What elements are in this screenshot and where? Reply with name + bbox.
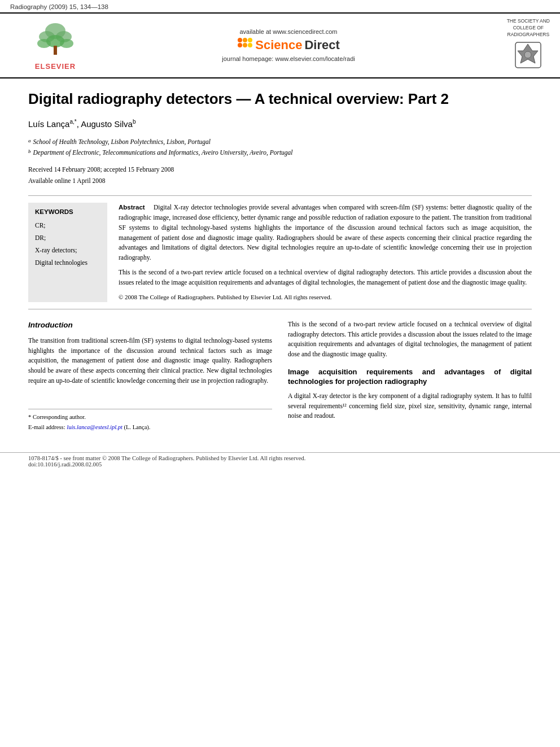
- svg-point-5: [37, 39, 51, 48]
- journal-header: ELSEVIER available at www.sciencedirect.…: [0, 12, 560, 78]
- footer-line2: doi:10.1016/j.radi.2008.02.005: [28, 461, 532, 468]
- subsection-paragraph: A digital X-ray detector is the key comp…: [288, 391, 532, 421]
- svg-rect-4: [54, 46, 57, 55]
- abstract-label: Abstract: [119, 204, 145, 211]
- authors-line: Luís Lançaa,*, Augusto Silvab: [28, 119, 532, 129]
- footer-line1: 1078-8174/$ - see front matter © 2008 Th…: [28, 455, 532, 461]
- author1-name: Luís Lança: [28, 119, 69, 129]
- body-right-column: This is the second of a two-part review …: [288, 320, 532, 434]
- keyword-3: X-ray detectors;: [35, 244, 100, 257]
- abstract-paragraph2: This is the second of a two-part review …: [119, 268, 532, 288]
- keywords-column: KEYWORDS CR; DR; X-ray detectors; Digita…: [28, 203, 107, 302]
- affiliations: a School of Health Technology, Lisbon Po…: [28, 137, 532, 158]
- email-label: E-mail address:: [28, 424, 65, 430]
- keyword-4: Digital technologies: [35, 257, 100, 269]
- elsevier-tree-icon: [10, 20, 100, 62]
- dates-section: Received 14 February 2008; accepted 15 F…: [28, 164, 532, 186]
- email-note: (L. Lança).: [124, 424, 150, 430]
- copyright-line: © 2008 The College of Radiographers. Pub…: [119, 292, 532, 302]
- page: Radiography (2009) 15, 134—138 ELSEVIER: [0, 0, 560, 747]
- subsection-title: Image acquisition requirements and advan…: [288, 368, 532, 387]
- abstract-paragraph1: Abstract Digital X-ray detector technolo…: [119, 203, 532, 263]
- footer-bottom: 1078-8174/$ - see front matter © 2008 Th…: [0, 452, 560, 473]
- keywords-title: KEYWORDS: [35, 208, 100, 215]
- body-columns: Introduction The transition from traditi…: [28, 320, 532, 434]
- society-line2: COLLEGE OF: [513, 25, 544, 30]
- society-logo: THE SOCIETY AND COLLEGE OF RADIOGRAPHERS: [507, 18, 550, 73]
- author2-name: Augusto Silva: [81, 119, 133, 129]
- author1-sup: a,*: [69, 119, 76, 125]
- abstract-column: Abstract Digital X-ray detector technolo…: [119, 203, 532, 302]
- available-text: available at www.sciencedirect.com: [100, 28, 476, 35]
- svg-point-10: [238, 43, 242, 47]
- svg-point-7: [238, 38, 242, 42]
- society-line3: RADIOGRAPHERS: [508, 32, 550, 37]
- abstract-text1: Digital X-ray detector technologies prov…: [119, 204, 532, 261]
- received-date: Received 14 February 2008; accepted 15 F…: [28, 164, 532, 176]
- abstract-text2: This is the second of a two-part review …: [119, 269, 532, 286]
- svg-point-8: [243, 38, 247, 42]
- svg-point-15: [524, 51, 531, 58]
- affiliation-a: a School of Health Technology, Lisbon Po…: [28, 137, 532, 147]
- keywords-list: CR; DR; X-ray detectors; Digital technol…: [35, 220, 100, 269]
- main-content: Digital radiography detectors — A techni…: [0, 78, 560, 445]
- svg-point-12: [248, 43, 252, 47]
- intro-paragraph: The transition from traditional screen-f…: [28, 336, 272, 386]
- affiliation-a-text: School of Health Technology, Lisbon Poly…: [33, 137, 211, 147]
- right-para1: This is the second of a two-part review …: [288, 320, 532, 360]
- article-title: Digital radiography detectors — A techni…: [28, 90, 532, 109]
- elsevier-logo: ELSEVIER: [10, 20, 100, 71]
- introduction-title: Introduction: [28, 320, 272, 331]
- sd-text: Science: [255, 38, 302, 53]
- body-left-column: Introduction The transition from traditi…: [28, 320, 272, 434]
- available-online: Available online 1 April 2008: [28, 176, 532, 187]
- citation-bar: Radiography (2009) 15, 134—138: [0, 0, 560, 12]
- header-center: available at www.sciencedirect.com Scien…: [100, 28, 476, 62]
- citation-text: Radiography (2009) 15, 134—138: [10, 3, 108, 10]
- affiliation-b: b Department of Electronic, Telecommunic…: [28, 147, 532, 158]
- author2-sup: b: [133, 119, 136, 125]
- keywords-abstract-section: KEYWORDS CR; DR; X-ray detectors; Digita…: [28, 195, 532, 309]
- sciencedirect-logo: ScienceDirect: [100, 37, 476, 53]
- svg-point-11: [243, 43, 247, 47]
- footnote-section: * Corresponding author. E-mail address: …: [28, 409, 272, 433]
- affiliation-b-text: Department of Electronic, Telecommunicat…: [33, 147, 293, 158]
- keyword-1: CR;: [35, 220, 100, 232]
- email-link[interactable]: luis.lanca@estesl.ipl.pt: [67, 424, 124, 430]
- footnote-email-line: E-mail address: luis.lanca@estesl.ipl.pt…: [28, 423, 272, 432]
- footnote-star: * Corresponding author.: [28, 413, 272, 422]
- sd-dots: [237, 37, 253, 53]
- society-logo-container: THE SOCIETY AND COLLEGE OF RADIOGRAPHERS: [476, 18, 550, 73]
- svg-point-9: [248, 38, 252, 42]
- society-line1: THE SOCIETY AND: [507, 18, 550, 24]
- elsevier-text: ELSEVIER: [10, 62, 100, 71]
- keyword-2: DR;: [35, 232, 100, 244]
- svg-point-6: [60, 39, 73, 48]
- journal-homepage: journal homepage: www.elsevier.com/locat…: [100, 55, 476, 62]
- society-crest-icon: [507, 40, 550, 73]
